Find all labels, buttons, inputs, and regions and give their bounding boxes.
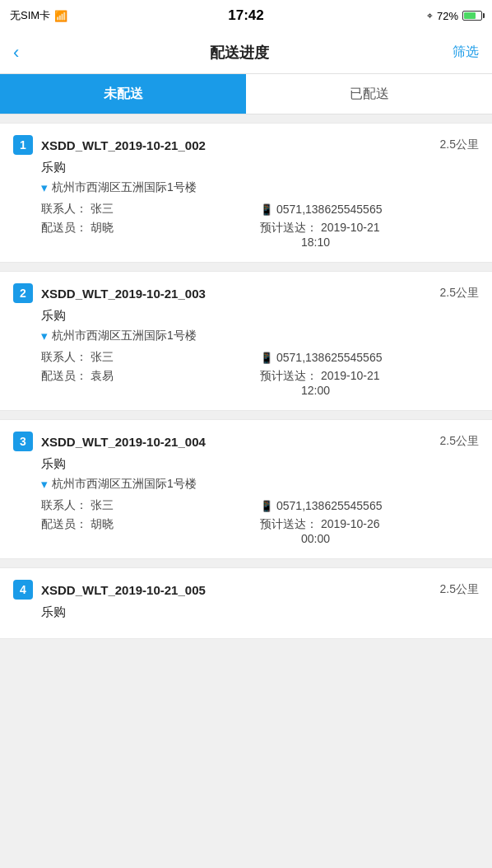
tab-switcher: 未配送 已配送 — [0, 74, 492, 114]
location-pin-icon: ▾ — [41, 477, 48, 492]
contact-label: 联系人： — [41, 350, 87, 365]
nav-bar: ‹ 配送进度 筛选 — [0, 31, 492, 74]
status-time: 17:42 — [228, 7, 263, 24]
order-contact-row: 联系人： 张三 📱 0571,138625545565 — [13, 350, 479, 365]
sim-label: 无SIM卡 — [10, 8, 50, 23]
deliverer-value: 胡晓 — [91, 221, 114, 234]
tab-undelivered[interactable]: 未配送 — [0, 74, 246, 114]
address-text: 杭州市西湖区五洲国际1号楼 — [52, 477, 197, 492]
battery-icon — [462, 11, 482, 21]
expected-time: 12:00 — [260, 384, 479, 397]
expected-label: 预计送达： 2019-10-26 — [260, 517, 479, 532]
order-shop: 乐购 — [13, 604, 479, 620]
location-pin-icon: ▾ — [41, 329, 48, 343]
order-shop: 乐购 — [13, 308, 479, 324]
order-shop: 乐购 — [13, 160, 479, 175]
order-shop: 乐购 — [13, 456, 479, 472]
tab-delivered[interactable]: 已配送 — [246, 74, 492, 114]
deliverer-label: 配送员： — [41, 221, 87, 234]
phone-icon: 📱 — [260, 352, 273, 364]
filter-button[interactable]: 筛选 — [453, 44, 479, 61]
location-icon: ⌖ — [427, 10, 433, 21]
order-distance: 2.5公里 — [440, 582, 479, 597]
order-header: 3 XSDD_WLT_2019-10-21_004 2.5公里 — [13, 432, 479, 451]
order-id: XSDD_WLT_2019-10-21_005 — [41, 583, 440, 597]
order-header: 4 XSDD_WLT_2019-10-21_005 2.5公里 — [13, 580, 479, 600]
deliverer-value: 袁易 — [91, 369, 114, 382]
order-card[interactable]: 1 XSDD_WLT_2019-10-21_002 2.5公里 乐购 ▾ 杭州市… — [0, 123, 492, 263]
status-left: 无SIM卡 📶 — [10, 8, 67, 23]
order-header: 1 XSDD_WLT_2019-10-21_002 2.5公里 — [13, 135, 479, 155]
deliverer-label: 配送员： — [41, 369, 87, 382]
order-distance: 2.5公里 — [440, 286, 479, 301]
order-id: XSDD_WLT_2019-10-21_003 — [41, 287, 440, 301]
phone-value: 0571,138625545565 — [276, 203, 382, 216]
order-address: ▾ 杭州市西湖区五洲国际1号楼 — [13, 180, 479, 195]
deliverer-label: 配送员： — [41, 517, 87, 530]
order-header: 2 XSDD_WLT_2019-10-21_003 2.5公里 — [13, 283, 479, 303]
status-bar: 无SIM卡 📶 17:42 ⌖ 72% — [0, 0, 492, 31]
address-text: 杭州市西湖区五洲国际1号楼 — [52, 180, 197, 195]
expected-time: 00:00 — [260, 532, 479, 545]
contact-value: 张三 — [91, 498, 114, 513]
contact-label: 联系人： — [41, 202, 87, 217]
expected-label: 预计送达： 2019-10-21 — [260, 369, 479, 384]
location-pin-icon: ▾ — [41, 180, 48, 195]
order-list: 1 XSDD_WLT_2019-10-21_002 2.5公里 乐购 ▾ 杭州市… — [0, 114, 492, 656]
order-number-badge: 1 — [13, 135, 33, 155]
order-id: XSDD_WLT_2019-10-21_004 — [41, 435, 440, 449]
expected-label: 预计送达： 2019-10-21 — [260, 221, 479, 236]
deliverer-value: 胡晓 — [91, 517, 114, 530]
order-number-badge: 4 — [13, 580, 33, 600]
order-number-badge: 2 — [13, 283, 33, 303]
phone-icon: 📱 — [260, 203, 273, 216]
order-address: ▾ 杭州市西湖区五洲国际1号楼 — [13, 477, 479, 492]
order-distance: 2.5公里 — [440, 434, 479, 449]
order-deliverer-row: 配送员： 袁易 预计送达： 2019-10-21 12:00 — [13, 369, 479, 397]
order-deliverer-row: 配送员： 胡晓 预计送达： 2019-10-21 18:10 — [13, 221, 479, 249]
wifi-icon: 📶 — [54, 10, 67, 22]
order-contact-row: 联系人： 张三 📱 0571,138625545565 — [13, 202, 479, 217]
order-number-badge: 3 — [13, 432, 33, 451]
order-distance: 2.5公里 — [440, 138, 479, 152]
page-title: 配送进度 — [210, 43, 269, 63]
phone-value: 0571,138625545565 — [276, 499, 382, 512]
order-address: ▾ 杭州市西湖区五洲国际1号楼 — [13, 329, 479, 343]
status-right: ⌖ 72% — [427, 10, 482, 22]
contact-value: 张三 — [91, 202, 114, 217]
contact-label: 联系人： — [41, 498, 87, 513]
order-card[interactable]: 2 XSDD_WLT_2019-10-21_003 2.5公里 乐购 ▾ 杭州市… — [0, 271, 492, 411]
order-id: XSDD_WLT_2019-10-21_002 — [41, 138, 440, 152]
order-contact-row: 联系人： 张三 📱 0571,138625545565 — [13, 498, 479, 513]
expected-time: 18:10 — [260, 236, 479, 249]
back-button[interactable]: ‹ — [13, 39, 26, 67]
contact-value: 张三 — [91, 350, 114, 365]
battery-percent: 72% — [437, 10, 458, 22]
phone-value: 0571,138625545565 — [276, 351, 382, 364]
order-card[interactable]: 4 XSDD_WLT_2019-10-21_005 2.5公里 乐购 — [0, 567, 492, 639]
order-card[interactable]: 3 XSDD_WLT_2019-10-21_004 2.5公里 乐购 ▾ 杭州市… — [0, 419, 492, 559]
order-deliverer-row: 配送员： 胡晓 预计送达： 2019-10-26 00:00 — [13, 517, 479, 545]
address-text: 杭州市西湖区五洲国际1号楼 — [52, 329, 197, 343]
phone-icon: 📱 — [260, 500, 273, 512]
